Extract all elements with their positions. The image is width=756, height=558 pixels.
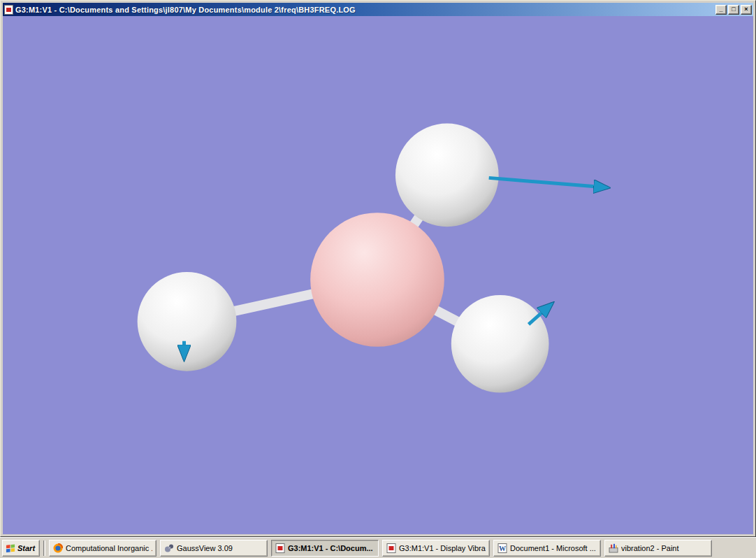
paint-icon <box>609 543 618 553</box>
word-icon: W <box>497 543 507 553</box>
taskbar-item-gaussview-model[interactable]: G3:M1:V1 - C:\Docum... <box>271 540 379 557</box>
maximize-button[interactable]: □ <box>728 5 739 15</box>
taskbar-item-display-vibrations[interactable]: G3:M1:V1 - Display Vibra... <box>382 540 490 557</box>
gaussview-document-icon[interactable] <box>4 5 13 15</box>
taskbar-item-label: G3:M1:V1 - C:\Docum... <box>288 544 373 552</box>
atom-H <box>138 272 237 371</box>
windows-logo-icon <box>6 543 15 553</box>
svg-text:W: W <box>499 545 506 552</box>
taskbar: Start Computational Inorganic ... GaussV… <box>0 537 756 558</box>
gaussview-icon <box>164 543 174 553</box>
atom-H <box>451 295 549 393</box>
close-button[interactable]: × <box>741 5 752 15</box>
molecule-canvas[interactable] <box>3 16 753 534</box>
taskbar-item-label: GaussView 3.09 <box>177 544 233 552</box>
taskbar-item-gaussview[interactable]: GaussView 3.09 <box>160 540 268 557</box>
taskbar-item-paint[interactable]: vibration2 - Paint <box>604 540 712 557</box>
atom-B <box>310 213 444 346</box>
window-title: G3:M1:V1 - C:\Documents and Settings\jl8… <box>15 6 713 14</box>
gaussview-document-icon <box>386 543 396 553</box>
gaussview-document-icon <box>275 543 285 553</box>
taskbar-item-browser[interactable]: Computational Inorganic ... <box>49 540 157 557</box>
atom-H <box>395 124 499 227</box>
taskbar-separator <box>43 541 45 556</box>
taskbar-item-word[interactable]: W Document1 - Microsoft ... <box>493 540 601 557</box>
taskbar-item-label: Computational Inorganic ... <box>66 544 152 552</box>
taskbar-item-label: Document1 - Microsoft ... <box>510 544 596 552</box>
molecule-viewport <box>3 16 753 534</box>
vibration-vector <box>489 178 609 187</box>
firefox-icon <box>53 543 63 553</box>
titlebar[interactable]: G3:M1:V1 - C:\Documents and Settings\jl8… <box>3 3 753 16</box>
start-button[interactable]: Start <box>2 540 40 557</box>
window-controls: _ □ × <box>715 5 752 15</box>
minimize-button[interactable]: _ <box>715 5 727 15</box>
gaussview-window: G3:M1:V1 - C:\Documents and Settings\jl8… <box>0 0 756 537</box>
taskbar-item-label: vibration2 - Paint <box>621 544 679 552</box>
start-label: Start <box>17 544 35 552</box>
taskbar-item-label: G3:M1:V1 - Display Vibra... <box>399 544 486 552</box>
